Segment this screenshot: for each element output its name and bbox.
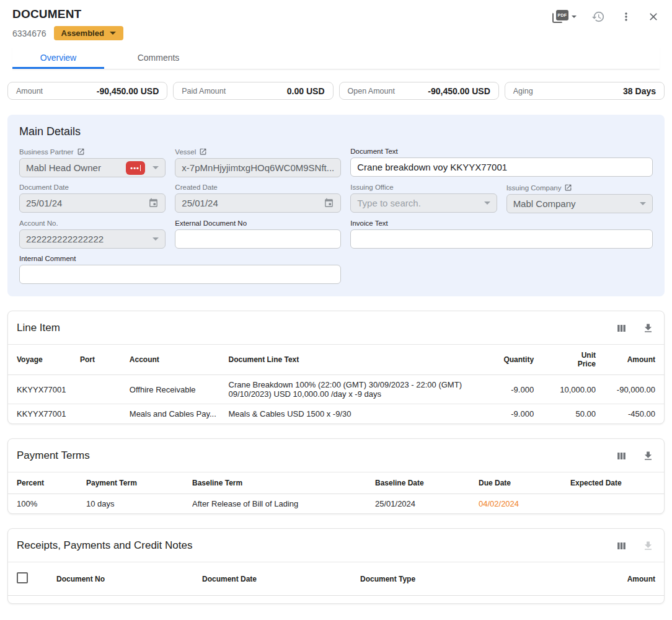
invoice-text-input[interactable]	[357, 234, 646, 244]
external-link-icon[interactable]	[77, 148, 85, 156]
paid-amount-card: Paid Amount 0.00 USD	[173, 82, 333, 100]
history-button[interactable]	[591, 10, 605, 24]
open-amount-card: Open Amount -90,450.00 USD	[339, 82, 499, 100]
cell-payment-term: 10 days	[81, 494, 187, 514]
chevron-down-icon	[153, 237, 159, 241]
account-no-value: 222222222222222	[26, 234, 153, 244]
status-badge-dropdown[interactable]: Assembled	[54, 26, 123, 40]
col-port: Port	[75, 345, 125, 375]
open-amount-value: -90,450.00 USD	[428, 86, 490, 96]
cell-baseline-date: 25/01/2024	[370, 494, 474, 514]
cell-document-line-text: Crane Breakdown 100% (22:00 (GMT) 30/09/…	[224, 375, 490, 404]
document-date-value: 25/01/24	[26, 198, 148, 208]
select-all-cell	[8, 562, 51, 596]
paid-amount-value: 0.00 USD	[287, 86, 325, 96]
created-date-label: Created Date	[175, 184, 341, 191]
account-no-label: Account No.	[19, 219, 166, 227]
external-document-no-field: External Document No	[175, 219, 341, 249]
credit-info-chip[interactable]: •••	[126, 161, 145, 175]
columns-icon[interactable]	[616, 450, 627, 462]
close-button[interactable]	[647, 11, 660, 23]
internal-comment-field: Internal Comment	[19, 255, 341, 284]
receipts-section: Receipts, Payments and Credit Notes Docu…	[7, 528, 665, 604]
document-date-input[interactable]: 25/01/24	[19, 193, 166, 213]
cell-quantity: -9.000	[489, 404, 539, 424]
issuing-office-select[interactable]: Type to search.	[350, 193, 497, 213]
columns-icon[interactable]	[616, 540, 627, 552]
col-amount: Amount	[601, 345, 664, 375]
kebab-menu-icon	[620, 11, 632, 23]
status-label: Assembled	[61, 29, 104, 38]
main-details-section: Main Details Business Partner Mabl Head …	[7, 115, 665, 296]
cell-account: Offhire Receivable	[125, 375, 224, 404]
col-expected-date: Expected Date	[565, 472, 664, 494]
invoice-text-field: Invoice Text	[350, 219, 653, 249]
calendar-icon	[148, 198, 159, 208]
vessel-field: Vessel x-7pMnHjyjimtxgHOq6WC0M9SNft...	[175, 148, 341, 177]
line-item-table: Voyage Port Account Document Line Text Q…	[8, 344, 664, 423]
aging-label: Aging	[513, 87, 533, 95]
col-payment-term: Payment Term	[81, 472, 187, 494]
account-no-select[interactable]: 222222222222222	[19, 229, 166, 249]
paid-amount-label: Paid Amount	[182, 87, 226, 95]
payment-terms-title: Payment Terms	[17, 450, 90, 462]
business-partner-value: Mabl Head Owner	[26, 162, 126, 173]
receipts-title: Receipts, Payments and Credit Notes	[17, 539, 192, 552]
col-due-date: Due Date	[474, 472, 565, 494]
amount-value: -90,450.00 USD	[97, 86, 159, 96]
document-number: 6334676	[12, 29, 46, 38]
download-icon[interactable]	[642, 450, 654, 462]
document-date-field: Document Date 25/01/24	[19, 184, 166, 213]
aging-card: Aging 38 Days	[505, 82, 665, 100]
external-document-no-input[interactable]	[182, 234, 334, 244]
payment-term-row[interactable]: 100% 10 days After Release of Bill of La…	[8, 494, 664, 514]
external-link-icon[interactable]	[564, 184, 572, 192]
issuing-office-label: Issuing Office	[350, 184, 497, 191]
external-link-icon[interactable]	[199, 148, 207, 156]
tab-bar: Overview Comments	[12, 46, 660, 69]
line-item-row[interactable]: KKYYX77001 Meals and Cables Pay... Meals…	[8, 404, 664, 424]
cell-expected-date	[565, 494, 664, 514]
issuing-company-select[interactable]: Mabl Company	[506, 194, 653, 213]
amount-label: Amount	[16, 87, 43, 95]
columns-icon[interactable]	[616, 322, 627, 334]
download-icon[interactable]	[642, 322, 654, 334]
select-all-checkbox[interactable]	[17, 572, 28, 583]
payment-terms-table: Percent Payment Term Baseline Term Basel…	[8, 472, 664, 513]
cell-voyage: KKYYX77001	[8, 404, 75, 424]
cell-quantity: -9.000	[489, 375, 539, 404]
cell-baseline-term: After Release of Bill of Lading	[187, 494, 370, 514]
main-details-title: Main Details	[19, 125, 653, 138]
issuing-company-field: Issuing Company Mabl Company	[506, 184, 653, 213]
tab-comments[interactable]: Comments	[104, 46, 213, 69]
cell-port	[75, 375, 125, 404]
cell-amount: -90,000.00	[601, 375, 664, 404]
col-amount: Amount	[541, 562, 664, 596]
issuing-office-field: Issuing Office Type to search.	[350, 184, 497, 213]
chevron-down-icon	[572, 16, 577, 18]
invoice-text-label: Invoice Text	[350, 219, 653, 227]
internal-comment-input[interactable]	[26, 269, 334, 280]
document-date-label: Document Date	[19, 184, 166, 191]
issuing-office-placeholder: Type to search.	[357, 198, 484, 208]
cell-due-date: 04/02/2024	[474, 494, 565, 514]
col-document-date: Document Date	[197, 562, 355, 596]
document-text-field: Document Text	[350, 148, 653, 177]
vessel-label: Vessel	[175, 148, 341, 156]
cell-voyage: KKYYX77001	[8, 375, 75, 404]
pdf-icon: PDF	[552, 10, 568, 24]
account-no-field: Account No. 222222222222222	[19, 219, 166, 249]
line-item-row[interactable]: KKYYX77001 Offhire Receivable Crane Brea…	[8, 375, 664, 404]
col-document-line-text: Document Line Text	[224, 345, 490, 375]
created-date-input[interactable]: 25/01/24	[175, 193, 341, 213]
business-partner-select[interactable]: Mabl Head Owner •••	[19, 158, 166, 177]
vessel-input[interactable]: x-7pMnHjyjimtxgHOq6WC0M9SNft...	[175, 158, 341, 177]
document-header: DOCUMENT 6334676 Assembled PDF Overview …	[0, 0, 672, 69]
tab-overview[interactable]: Overview	[12, 46, 104, 69]
document-text-input[interactable]	[357, 162, 646, 172]
col-account: Account	[125, 345, 224, 375]
cell-unit-price: 50.00	[539, 404, 601, 424]
created-date-field: Created Date 25/01/24	[175, 184, 341, 213]
pdf-export-button[interactable]: PDF	[552, 10, 577, 24]
more-options-button[interactable]	[620, 11, 632, 23]
